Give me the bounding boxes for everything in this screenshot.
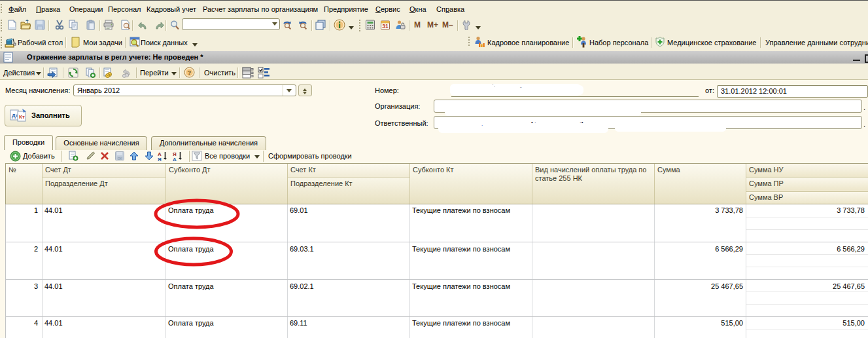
svg-text:OK: OK (118, 157, 122, 160)
svg-text:31: 31 (382, 23, 389, 29)
svg-text:Дт: Дт (12, 113, 18, 119)
svg-text:?: ? (188, 69, 192, 76)
svg-text:Кт: Кт (19, 114, 25, 120)
svg-text:Я: Я (158, 157, 162, 162)
svg-text:А: А (173, 157, 177, 162)
